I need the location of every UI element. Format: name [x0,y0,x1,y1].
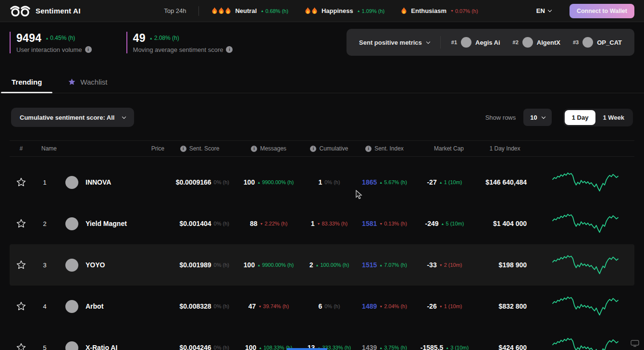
header-label: Sent. Score [189,145,220,152]
rows-per-page-dropdown[interactable]: 10 [523,109,551,126]
change-text: 1.09% (h) [362,8,385,14]
triangle-up-icon: ▲ [45,37,49,40]
fire-icon [401,7,407,14]
triangle-down-icon: ▼ [450,9,454,12]
favorite-star-icon [16,301,26,312]
header-label: Price [151,145,164,152]
row-market-cap: $424 600 [473,344,536,350]
cumulative-value[interactable]: 1515 [362,261,377,269]
header-label: Market Cap [434,145,464,152]
row-rank: 1 [33,179,57,186]
table-row[interactable]: 3YOYO$0.0019890% (h)100▲9900.00% (h)2▲10… [10,244,634,286]
top-navbar: Sentiment AI Top 24h Neutral▲0.68% (h)Ha… [0,0,644,22]
row-price: $0.0019890% (h) [167,261,232,269]
row-market-cap: $146 640,484 [473,178,536,186]
language-selector[interactable]: EN [536,7,551,14]
info-icon[interactable]: i [251,146,257,152]
sent-index-value: -33 [427,261,436,269]
connect-wallet-button[interactable]: Connect to Wallet [570,4,634,18]
cumulative-value[interactable]: 1865 [362,178,377,186]
price-value: $0.001404 [179,220,211,227]
tab-wachlist[interactable]: Wachlist [57,72,118,93]
cumulative-value[interactable]: 1489 [362,302,377,310]
column-header-: # [10,145,33,152]
info-icon[interactable]: i [226,46,233,53]
favorite-star-button[interactable] [10,218,33,229]
metric-label: Happiness [322,7,353,14]
cumulative-value[interactable]: 1581 [362,220,377,227]
cumulative-change: ▲7.07% (h) [379,262,407,268]
sentiment-score-filter-dropdown[interactable]: Cumulative sentiment score: All [11,108,134,127]
coin-avatar [65,341,78,350]
change-text: 1 (10m) [444,179,462,185]
row-sparkline-cell [536,252,634,277]
change-text: 0.68% (h) [265,8,288,14]
header-label: Messages [260,145,286,152]
cumulative-value[interactable]: 1439 [362,344,377,350]
chevron-down-icon [426,39,430,43]
change-text: 0% (h) [324,303,340,309]
table-row[interactable]: 1INNOVA$0.00091660% (h)100▲9900.00% (h)1… [10,162,634,203]
rank-number: #1 [451,39,457,45]
favorite-star-button[interactable] [10,342,33,350]
change-text: 9900.00% (h) [262,179,294,185]
column-header-sent-score: iSent. Score [167,145,232,152]
messages-value: 1 [311,220,315,227]
info-icon[interactable]: i [365,146,372,152]
fire-icons [305,7,318,14]
price-value: $0.001989 [179,261,211,269]
cumulative-change: ▲5.67% (h) [379,179,407,185]
favorite-star-button[interactable] [10,301,33,312]
ranking-dropdown-label: Sent positive metrics [359,39,422,46]
chevron-down-icon [122,114,126,118]
favorite-star-button[interactable] [10,177,33,188]
ranking-metric-dropdown[interactable]: Sent positive metrics [359,39,430,46]
change-text: 100.00% (h) [320,262,349,268]
row-market-cap: $1 404 000 [473,220,536,227]
sent-index-change: ▼1 (10m) [439,303,462,309]
fire-icon [218,7,224,14]
navbar-metric-enthusiasm: Enthusiasm▼0.07% (h) [401,7,478,14]
change-text: 0.07% (h) [455,8,478,14]
screen-share-indicator-icon [631,340,639,347]
coin-name: OP_CAT [597,39,622,46]
cumulative-change: ▼0.13% (h) [379,221,407,226]
info-icon[interactable]: i [180,146,186,152]
cumulative-change: ▼2.04% (h) [379,303,407,309]
column-header-name: Name [33,145,57,152]
score-change: ▼39.74% (h) [258,303,289,309]
stat-label: User interaction volume [16,46,82,53]
ranking-item[interactable]: #1Aegis Ai [451,37,500,48]
navbar-metric-neutral: Neutral▲0.68% (h) [211,7,288,14]
sent-index-value: -249 [425,220,439,227]
metric-change: ▲1.09% (h) [357,8,385,14]
period-button-1-week[interactable]: 1 Week [595,110,632,125]
coin-name: INNOVA [86,178,111,186]
info-icon[interactable]: i [85,46,92,53]
triangle-up-icon: ▲ [379,263,383,267]
row-sent-index: -249▲5 (10m) [416,220,473,227]
table-row[interactable]: 2Yield Magnet$0.0014040% (h)88▼2.22% (h)… [10,203,634,244]
tab-trending[interactable]: Trending [1,72,52,93]
row-rank: 4 [33,303,57,310]
filter-row: Cumulative sentiment score: All Show row… [0,108,644,127]
score-value: 88 [250,220,258,227]
table-row[interactable]: 5X-Ratio AI$0.0042460% (h)100▲108.33% (h… [10,327,634,350]
row-cumulative: 1865▲5.67% (h) [353,178,416,186]
row-cumulative: 1489▼2.04% (h) [353,302,416,310]
score-value: 100 [244,178,255,186]
messages-value: 6 [318,302,322,310]
price-sparkline-chart [552,335,619,350]
change-text: 0% (h) [214,179,229,185]
messages-change: ▼83.33% (h) [317,221,348,226]
info-icon[interactable]: i [310,146,316,152]
price-change: 0% (h) [214,221,229,226]
row-name-cell: INNOVA [57,176,167,189]
favorite-star-button[interactable] [10,260,33,270]
ranking-item[interactable]: #3OP_CAT [573,37,622,48]
ranking-item[interactable]: #2AIgentX [513,37,560,48]
period-button-1-day[interactable]: 1 Day [565,110,596,125]
table-row[interactable]: 4Arbot$0.0083280% (h)47▼39.74% (h)60% (h… [10,286,634,327]
score-value: 47 [248,302,256,310]
tab-label: Wachlist [80,78,107,86]
